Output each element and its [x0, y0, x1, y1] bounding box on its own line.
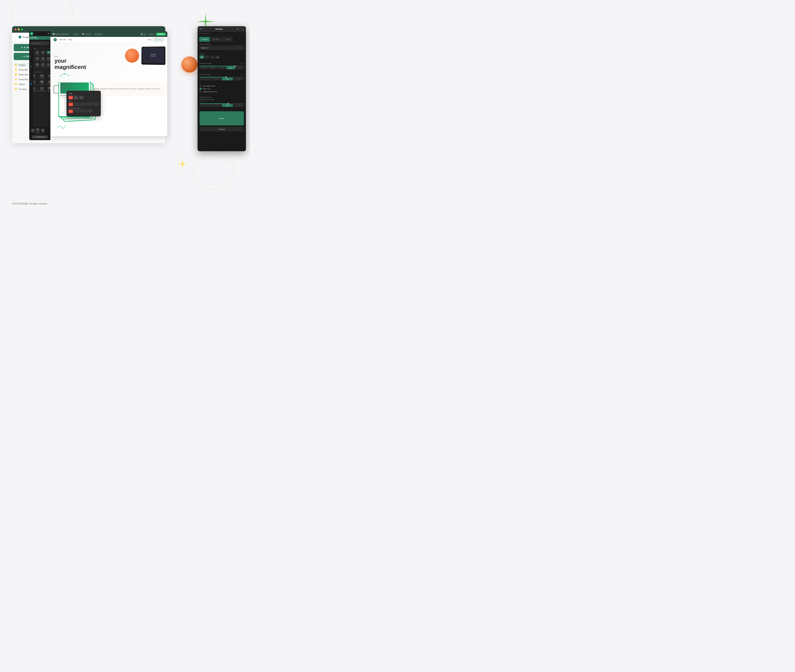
desktop-selector[interactable]: 🖥 Desktop ∨	[94, 33, 104, 35]
float-layout-1[interactable]: ⊞	[74, 96, 78, 99]
anim-settings-icon[interactable]: ⚙	[202, 28, 204, 30]
grid-view-icon[interactable]: ⊞	[30, 62, 33, 64]
anim-expand-icon[interactable]: ⬡	[241, 28, 242, 30]
maximize-dot[interactable]	[21, 29, 23, 30]
anim-search-icon[interactable]: 🔍	[200, 28, 202, 30]
publish-btn[interactable]: PUBLISH	[156, 33, 166, 35]
sidebar-folder-label: Images	[19, 64, 26, 66]
widget-item-sitemap[interactable]: ⊿ SITEMAP	[40, 62, 45, 68]
nav-about[interactable]: About Me	[59, 39, 66, 40]
float-input-3[interactable]: ≡	[87, 102, 92, 106]
tab-arrow-next[interactable]: ›	[234, 37, 244, 42]
heart-icon[interactable]: ♥	[30, 73, 33, 74]
app-portfolio[interactable]: 💼 PORTFOLIO	[47, 80, 50, 85]
device-tv[interactable]: 📺	[215, 56, 220, 59]
float-active-2[interactable]: ⌗	[80, 109, 86, 112]
application-toggle[interactable]: ∧	[48, 71, 49, 73]
anim-close-btn[interactable]: ✕	[242, 28, 244, 30]
upgrade-bar[interactable]: UPGRADE FREE ACCOUNT ›	[29, 36, 50, 40]
comments-btn[interactable]: 💬 Comments	[81, 33, 92, 35]
preview-btn[interactable]: Preview	[148, 33, 155, 35]
float-clear-x[interactable]: ✕	[69, 102, 73, 106]
float-input-4[interactable]: ✦	[93, 102, 99, 106]
app-vouchers[interactable]: 🎟 VOUCHERS	[37, 74, 46, 80]
separator-icon[interactable]: —	[30, 76, 33, 78]
device-mobile[interactable]: 📱	[210, 56, 214, 59]
vouchers-icon: 🎟	[40, 74, 44, 77]
tab-on-enter[interactable]: On Enter	[199, 37, 210, 42]
minimize-dot[interactable]	[18, 29, 20, 30]
tool-icon-6[interactable]: ✕	[208, 33, 210, 34]
portfolio-selector[interactable]: 📄 My personal portfolio ∨	[52, 33, 71, 35]
dropdown-close-icon[interactable]: ✕	[241, 47, 242, 49]
anim-preview-btn[interactable]: PREVIEW	[200, 127, 244, 131]
app-map[interactable]: 📍 MAP	[47, 74, 50, 80]
settings-icon[interactable]: ⚙	[30, 56, 33, 57]
search-top-icon[interactable]: 🔍	[48, 33, 50, 35]
float-layout-2[interactable]: ⊟	[79, 96, 83, 99]
float-input-2[interactable]: ≡	[80, 102, 86, 106]
app-article-date[interactable]: 📅 ARTICLE DATE	[47, 86, 50, 93]
folder-icon-3: 📁	[14, 73, 18, 76]
tab-on-exit[interactable]: On Exit	[222, 37, 233, 42]
duration-slider[interactable]	[200, 66, 244, 67]
tool-icon-4[interactable]: ☰	[205, 33, 206, 34]
nav-blog[interactable]: Blog	[69, 39, 72, 40]
distance-fill	[200, 103, 229, 104]
pen-icon[interactable]: ✎	[30, 52, 33, 54]
float-active-3[interactable]: ✦	[87, 109, 92, 112]
nav-lang[interactable]: + Eng	[147, 39, 151, 40]
save-btn[interactable]: 💾 Save	[140, 33, 147, 35]
widget-item-image[interactable]: 🖼 IMAGE	[46, 50, 50, 56]
app-tags[interactable]: # TAGS	[31, 128, 35, 134]
delay-slider[interactable]	[200, 77, 244, 78]
float-active-1[interactable]: ⌗	[74, 109, 79, 112]
float-input-1[interactable]: ≡	[74, 102, 79, 106]
widget-item-text[interactable]: T TEXT	[40, 50, 45, 56]
animation-dropdown[interactable]: Bounce In ∨ ✕	[200, 46, 244, 50]
tabs-icon[interactable]: ⊞	[30, 80, 33, 81]
widget-search-input[interactable]	[30, 41, 49, 45]
tool-icon-2[interactable]: T	[202, 33, 202, 34]
aa-icon[interactable]: Aa	[237, 28, 239, 30]
hide-widget-checkbox[interactable]	[200, 85, 202, 87]
nav-contact-btn[interactable]: Get in touch	[153, 38, 164, 41]
add-icon[interactable]: +	[30, 59, 33, 61]
duration-thumb[interactable]	[234, 65, 236, 67]
tool-icon-1[interactable]: Aa	[199, 33, 201, 34]
cart-icon[interactable]: 🛒	[30, 66, 33, 67]
trigger-once-checkbox[interactable]	[200, 91, 202, 93]
delay-thumb[interactable]	[226, 77, 227, 78]
distance-slider[interactable]	[200, 103, 244, 104]
widget-item-icon[interactable]: ✦ ICON	[34, 56, 40, 62]
app-reading-time[interactable]: ⏱ READING TIME	[35, 128, 40, 134]
share-btn[interactable]: ↗ Share	[72, 33, 80, 35]
layers-icon[interactable]: ☰	[30, 49, 33, 50]
tab-go-hover[interactable]: Go Hover	[211, 37, 221, 42]
close-dot[interactable]	[14, 29, 16, 30]
app-category[interactable]: ☰ CATEGORY	[37, 86, 46, 93]
laptop-screen: AdvertisingOutdoors	[142, 47, 165, 63]
widget-item-parallax[interactable]: ≡ PARALLEX	[46, 62, 50, 68]
distance-thumb[interactable]	[227, 103, 229, 104]
tool-icon-5[interactable]: ✎	[206, 33, 208, 34]
app-breadcrumb[interactable]: ›› BREADCRUMB	[30, 135, 50, 139]
device-tablet[interactable]: 📱	[205, 56, 209, 59]
device-desktop[interactable]: 🖥	[200, 56, 204, 59]
expand-icon[interactable]: ⬡	[241, 28, 242, 30]
app-products[interactable]: 📦 PRODUCTS	[37, 80, 46, 85]
reading-time-icon: ⏱	[36, 128, 40, 131]
float-close-btn[interactable]: ✕	[69, 96, 73, 99]
app-title-2[interactable]: T TITLE	[41, 128, 45, 134]
play-loop-checkbox[interactable]: ✓	[200, 88, 202, 90]
folder-icon-4: 📁	[14, 78, 18, 81]
language-icon[interactable]: 🌐	[30, 83, 33, 85]
widget-item-gallery[interactable]: ⊞ GALLERY	[40, 56, 45, 62]
widget-section-toggle[interactable]: ∧	[48, 48, 49, 50]
float-clear-active-x[interactable]: ✕	[69, 109, 73, 113]
widget-item-button[interactable]: BTN BUTTON	[34, 62, 40, 68]
tool-icon-3[interactable]: ↻	[203, 33, 204, 34]
widget-item-slider[interactable]: ▷ SLIDER	[46, 56, 50, 62]
widget-item-columns[interactable]: ⫿ COLUMNS	[34, 50, 40, 56]
star-icon[interactable]: ★	[30, 69, 33, 71]
